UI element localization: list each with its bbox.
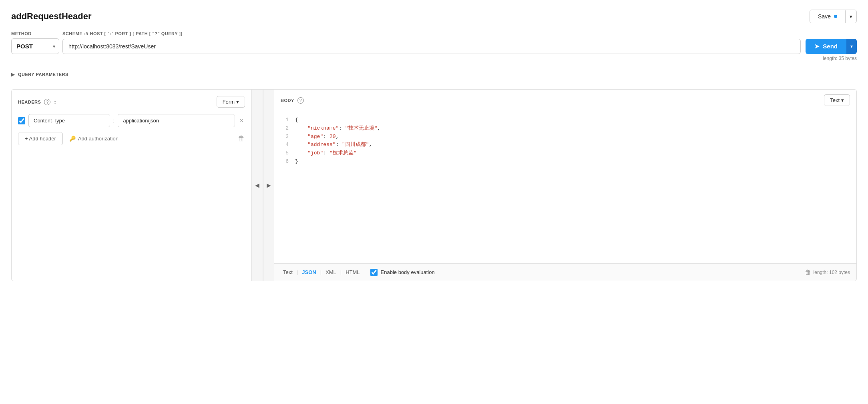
app-header: addRequestHeader Save ▾ xyxy=(11,10,857,23)
header-row: : × xyxy=(18,114,245,127)
query-params-section[interactable]: ▶ QUERY PARAMETERS xyxy=(11,68,857,81)
header-colon: : xyxy=(113,118,115,124)
url-section: METHOD SCHEME :// HOST [ ":" PORT ] [ PA… xyxy=(11,31,857,61)
scheme-label: SCHEME :// HOST [ ":" PORT ] [ PATH [ "?… xyxy=(62,31,183,36)
headers-help-icon[interactable]: ? xyxy=(44,99,50,105)
headers-sort-icon[interactable]: ↕ xyxy=(54,99,56,105)
json-value-age: 20 xyxy=(330,134,336,140)
method-select[interactable]: POST GET PUT DELETE PATCH xyxy=(11,38,59,54)
body-title-row: BODY ? xyxy=(281,97,304,104)
code-line-3: 3 "age": 20, xyxy=(281,133,850,141)
page-title: addRequestHeader xyxy=(11,11,92,22)
body-length-value: length: 102 bytes xyxy=(814,270,850,275)
add-header-button[interactable]: + Add header xyxy=(18,132,63,145)
format-tab-json[interactable]: JSON xyxy=(299,268,318,277)
format-separator-1: | xyxy=(297,269,298,275)
body-footer: Text | JSON | XML | HTML Enable body eva… xyxy=(274,263,856,281)
actions-left: + Add header 🔑 Add authorization xyxy=(18,132,119,145)
add-header-label: + Add header xyxy=(25,136,56,142)
format-separator-2: | xyxy=(320,269,321,275)
save-dropdown-button[interactable]: ▾ xyxy=(845,10,856,23)
save-label: Save xyxy=(818,13,831,20)
send-arrow-icon: ➤ xyxy=(814,43,820,50)
query-params-label: QUERY PARAMETERS xyxy=(18,72,68,77)
query-params-chevron-icon: ▶ xyxy=(11,72,15,77)
line-number-4: 4 xyxy=(281,141,289,149)
body-text-dropdown-button[interactable]: Text ▾ xyxy=(824,94,850,106)
header-value-input[interactable] xyxy=(118,114,235,127)
url-labels: METHOD SCHEME :// HOST [ ":" PORT ] [ PA… xyxy=(11,31,857,36)
code-line-5: 5 "job": "技术总监" xyxy=(281,149,850,158)
headers-title-row: HEADERS ? ↕ xyxy=(18,99,56,105)
panel-collapse-left-button[interactable]: ◀ xyxy=(252,90,263,281)
body-delete-icon[interactable]: 🗑 xyxy=(805,269,811,276)
header-delete-button[interactable]: × xyxy=(238,116,245,126)
line-content-6: } xyxy=(295,158,298,166)
json-key-job: "job" xyxy=(307,150,323,156)
code-line-2: 2 "nickname": "技术无止境", xyxy=(281,124,850,133)
method-label: METHOD xyxy=(11,31,59,36)
enable-evaluation-checkbox[interactable] xyxy=(370,269,378,276)
body-top: BODY ? Text ▾ xyxy=(274,90,856,111)
send-dropdown-chevron: ▾ xyxy=(850,44,853,49)
body-text-chevron: ▾ xyxy=(841,97,844,103)
panel-collapse-right-button[interactable]: ▶ xyxy=(263,90,274,281)
send-label: Send xyxy=(823,43,838,50)
chevron-left-icon: ◀ xyxy=(255,182,259,188)
url-row: POST GET PUT DELETE PATCH ▾ ➤ Send ▾ xyxy=(11,38,857,54)
line-number-5: 5 xyxy=(281,149,289,158)
form-chevron-icon: ▾ xyxy=(236,99,239,105)
format-tab-xml[interactable]: XML xyxy=(323,268,339,277)
actions-row: + Add header 🔑 Add authorization 🗑 xyxy=(18,132,245,145)
body-help-icon[interactable]: ? xyxy=(297,97,304,104)
json-value-address: "四川成都" xyxy=(342,142,369,148)
enable-evaluation-section: Enable body evaluation xyxy=(370,269,435,276)
json-value-nickname: "技术无止境" xyxy=(345,125,378,131)
line-content-1: { xyxy=(295,116,298,124)
headers-label: HEADERS xyxy=(18,100,41,104)
json-key-nickname: "nickname" xyxy=(307,125,339,131)
url-input[interactable] xyxy=(62,39,801,54)
line-number-1: 1 xyxy=(281,116,289,124)
form-dropdown-button[interactable]: Form ▾ xyxy=(217,96,245,108)
add-auth-label: Add authorization xyxy=(78,136,119,142)
body-code-editor[interactable]: 1 { 2 "nickname": "技术无止境", 3 "age": 20, xyxy=(274,111,856,263)
method-select-wrapper: POST GET PUT DELETE PATCH ▾ xyxy=(11,38,59,54)
url-length: length: 35 bytes xyxy=(11,56,857,61)
delete-all-headers-button[interactable]: 🗑 xyxy=(238,134,245,143)
body-format-tabs: Text | JSON | XML | HTML Enable body eva… xyxy=(281,268,435,277)
save-dropdown-chevron: ▾ xyxy=(850,14,852,20)
code-line-4: 4 "address": "四川成都", xyxy=(281,141,850,149)
line-content-4: "address": "四川成都", xyxy=(295,141,372,149)
chevron-right-icon: ▶ xyxy=(267,182,271,188)
save-indicator-dot xyxy=(834,15,837,18)
format-tab-text[interactable]: Text xyxy=(281,268,295,277)
line-number-3: 3 xyxy=(281,133,289,141)
save-button[interactable]: Save xyxy=(810,10,845,23)
send-button[interactable]: ➤ Send xyxy=(806,39,846,54)
header-checkbox[interactable] xyxy=(18,117,25,124)
body-panel: BODY ? Text ▾ 1 { 2 "nickname": "技术无止 xyxy=(274,90,856,281)
header-key-input[interactable] xyxy=(28,114,110,127)
send-dropdown-button[interactable]: ▾ xyxy=(846,39,857,54)
trash-icon: 🗑 xyxy=(238,134,245,142)
headers-top: HEADERS ? ↕ Form ▾ xyxy=(18,96,245,108)
line-number-6: 6 xyxy=(281,158,289,166)
add-auth-button[interactable]: 🔑 Add authorization xyxy=(69,136,119,142)
body-length: 🗑 length: 102 bytes xyxy=(805,269,850,276)
form-label: Form xyxy=(223,99,235,105)
save-button-group: Save ▾ xyxy=(810,10,857,23)
line-content-2: "nickname": "技术无止境", xyxy=(295,124,380,133)
code-line-6: 6 } xyxy=(281,158,850,166)
line-content-3: "age": 20, xyxy=(295,133,339,141)
json-key-address: "address" xyxy=(307,142,336,148)
json-value-job: "技术总监" xyxy=(330,150,357,156)
enable-evaluation-label: Enable body evaluation xyxy=(381,269,435,275)
json-key-age: "age" xyxy=(307,134,323,140)
body-text-label: Text xyxy=(830,97,840,103)
line-content-5: "job": "技术总监" xyxy=(295,149,356,158)
body-label: BODY xyxy=(281,98,294,103)
main-content: HEADERS ? ↕ Form ▾ : × xyxy=(11,89,857,281)
format-tab-html[interactable]: HTML xyxy=(343,268,362,277)
format-separator-3: | xyxy=(340,269,342,275)
